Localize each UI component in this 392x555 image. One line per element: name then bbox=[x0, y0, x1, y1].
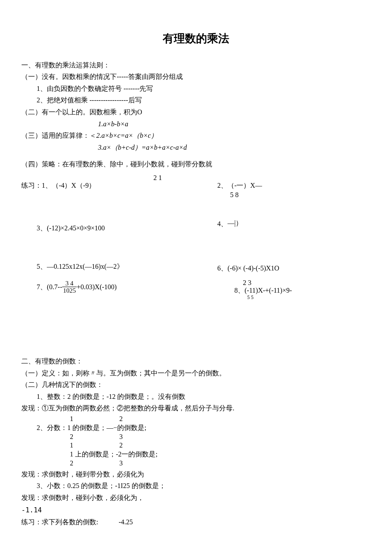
prob-8-bot: 5 5 bbox=[247, 293, 254, 302]
sec2-dec: 3、小数：0.25 的倒数是；-1I25 的倒数是； bbox=[21, 480, 371, 491]
sec2-find2-text: 求倒数时，碰到带分数，必须化为 bbox=[42, 471, 144, 478]
sec2-s2-label: 2、分数： bbox=[37, 424, 67, 431]
sec2-s2-top: 1 2 bbox=[37, 415, 371, 424]
prob-7: 7、(0.7-- 3 4 1025 +0.03)X(-100) bbox=[37, 280, 117, 294]
prob-7-b: +0.03)X(-100) bbox=[77, 282, 117, 293]
sec2-find2-label: 发现： bbox=[21, 471, 42, 478]
sec2-s2-bot: 2 3 bbox=[37, 433, 371, 442]
rule-3: （三）适用的应算律：＜2.a×b×c=a×（b×c） bbox=[21, 130, 371, 141]
sec1-head-bold: 一、有理数的乘 bbox=[21, 61, 69, 69]
page-title: 有理数的乘法 bbox=[21, 30, 371, 48]
prob-4: 4、—|） bbox=[217, 218, 242, 230]
rule-1-bold: 答案由两部分组成 bbox=[128, 73, 183, 80]
sec2-frac-block-1: 1 2 2、分数：1 的倒数是；—−的倒数是; 2 3 bbox=[37, 415, 371, 441]
sec2-head: 二、有理数的倒数： bbox=[21, 356, 371, 367]
sec2-frac-block-2: 1 2 1 上的倒数是；-2一的倒数是; 2 3 bbox=[70, 441, 371, 468]
prob-8: 8、(-11)X-+(-11)×9- bbox=[234, 285, 292, 296]
rule-1-1: 1、由负因数的个数确定符号 -------先写 bbox=[21, 83, 371, 94]
rule-1-2-text: 2、把绝对值相乘 ----------------- bbox=[37, 96, 128, 104]
sec2-s2-mid: 2、分数：1 的倒数是；—−的倒数是; bbox=[37, 424, 371, 433]
sec2-int: 1、整数：2 的倒数是；-12 的倒数是；。没有倒数 bbox=[21, 391, 371, 402]
prob-2-top: 2 1 bbox=[153, 172, 162, 183]
eq-3-text: 3.a×（b+c-d）=a×b+a×c-a×d bbox=[98, 144, 187, 151]
sec2-find3: 发现：求倒数时，碰到小数，必须化为， bbox=[21, 492, 371, 503]
sec1-head-tail: 法运算法则： bbox=[69, 61, 110, 69]
sec2-s3-bot: 2 3 bbox=[70, 459, 371, 468]
section-1-head: 一、有理数的乘法运算法则： bbox=[21, 60, 371, 71]
sec2-cases: （二）几种情况下的倒数： bbox=[21, 379, 371, 390]
prob-3: 3、(-12)×2.45×0×9×100 bbox=[37, 223, 105, 234]
sec2-s3-top: 1 2 bbox=[70, 441, 371, 450]
rule-1-1-bold: 先写 bbox=[139, 85, 153, 92]
sec2-def: （一）定义：如，则称〃与。互为倒数；其中一个是另一个的倒数。 bbox=[21, 368, 371, 379]
prob-7-num: 3 4 bbox=[65, 280, 75, 287]
rule-3-prefix: （三）适用的应算律：＜ bbox=[21, 132, 96, 139]
sec2-prac-label: 练习：求下列各数的倒数: bbox=[21, 518, 98, 526]
prob-5: 5、—0.125x12x(—16)x(—2》 bbox=[37, 261, 124, 272]
rule-1-2-bold: 后写 bbox=[128, 96, 142, 104]
rule-4: （四）策略：在有理数的乘、除中，碰到小数就，碰到带分数就 bbox=[21, 159, 371, 170]
rule-2: （二）有一个以上的。因数相乘，积为O bbox=[21, 107, 371, 118]
prob-4-expr: —|） bbox=[228, 219, 242, 227]
sec2-int-text: 1、整数：2 的倒数是；-12 的倒数是；。 bbox=[37, 393, 158, 400]
sec2-practice: 练习：求下列各数的倒数: -4.25 bbox=[21, 517, 371, 528]
sec2-find3-text: 求倒数时，碰到小数，必须化为， bbox=[42, 494, 144, 501]
prob-2: 2、（-一）X— bbox=[217, 180, 262, 191]
prob-2-bot: 5 8 bbox=[230, 189, 239, 200]
rule-1-text: （一）没有。因数相乘的情况下----- bbox=[21, 73, 128, 80]
rule-1: （一）没有。因数相乘的情况下-----答案由两部分组成 bbox=[21, 71, 371, 82]
eq-3: 3.a×（b+c-d）=a×b+a×c-a×d bbox=[21, 142, 371, 153]
sec2-s2-mid-a: 1 的倒数是；—−的倒数是; bbox=[67, 424, 146, 431]
prob-1: 练习：1、（-4）X（-9） bbox=[21, 180, 95, 191]
prob-6: 6、(-6)× (-4)-(-5)X1O bbox=[217, 263, 279, 274]
eq-1-text: 1.a×b-b×a bbox=[98, 120, 128, 128]
section-2: 二、有理数的倒数： （一）定义：如，则称〃与。互为倒数；其中一个是另一个的倒数。… bbox=[21, 356, 371, 528]
sec2-find3-label: 发现： bbox=[21, 494, 42, 501]
prob-7-frac: 3 4 1025 bbox=[62, 280, 77, 294]
sec2-find1: 发现：①互为倒数的两数必然；②把整数的分母看成，然后分子与分母. bbox=[21, 403, 371, 414]
sec2-prac-val: -4.25 bbox=[118, 518, 133, 526]
prob-7-a: 7、(0.7-- bbox=[37, 282, 62, 293]
sec2-int-bold: 没有倒数 bbox=[158, 393, 185, 400]
sec2-s3-mid: 1 上的倒数是；-2一的倒数是; bbox=[70, 450, 371, 459]
prob-7-den: 1025 bbox=[62, 287, 77, 294]
rule-3-eq: 2.a×b×c=a×（b×c） bbox=[96, 132, 158, 139]
sec2-find2: 发现：求倒数时，碰到带分数，必须化为 bbox=[21, 469, 371, 480]
sec2-find1-text: ①互为倒数的两数必然；②把整数的分母看成，然后分子与分母. bbox=[42, 404, 234, 412]
sec2-find1-label: 发现： bbox=[21, 404, 42, 412]
practice-problems: 2 1 练习：1、（-4）X（-9） 2、（-一）X— 5 8 3、(-12)×… bbox=[21, 172, 371, 313]
prob-4-label: 4、 bbox=[217, 220, 228, 227]
sec2-neg114: -1.14 bbox=[21, 505, 371, 516]
rule-1-2: 2、把绝对值相乘 -----------------后写 bbox=[21, 95, 371, 106]
rule-1-1-text: 1、由负因数的个数确定符号 ------- bbox=[37, 85, 139, 92]
eq-1: 1.a×b-b×a bbox=[21, 119, 371, 130]
